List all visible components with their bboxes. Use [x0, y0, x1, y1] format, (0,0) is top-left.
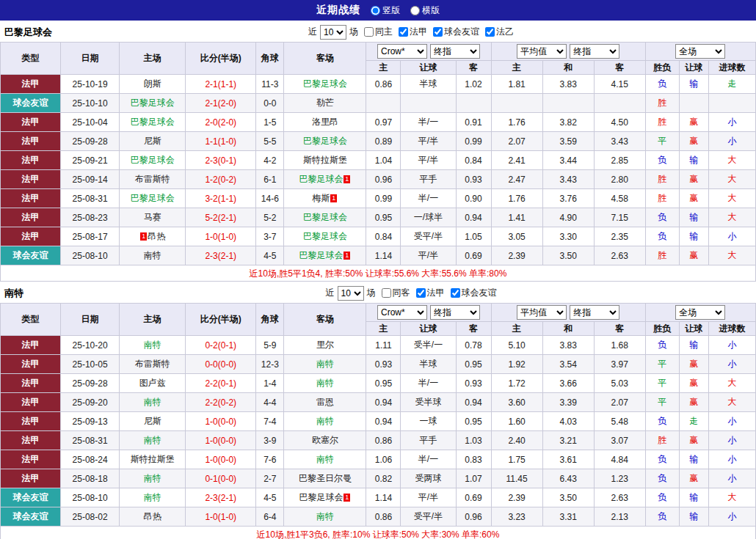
handicap-result-cell: 赢: [679, 355, 708, 374]
layout-radio-vertical[interactable]: 竖版: [371, 4, 400, 17]
red-card-badge: 1: [344, 252, 350, 260]
asian-odds-select-0[interactable]: Crow*: [377, 305, 427, 320]
euro-draw-odds: 3.83: [542, 336, 594, 355]
asian-home-odds: 0.86: [366, 431, 401, 450]
asian-away-odds: 0.99: [456, 132, 491, 151]
asian-odds-select-0[interactable]: Crow*: [377, 44, 427, 59]
euro-odds-select-1[interactable]: 终指: [570, 44, 619, 59]
filter-checkbox-input[interactable]: [433, 27, 443, 37]
league-type-cell: 法甲: [1, 189, 61, 208]
match-row: 球会友谊25-08-10南特2-3(2-1)4-5巴黎足球会11.14平/半0.…: [1, 246, 756, 265]
date-cell: 25-10-05: [61, 355, 120, 374]
asian-odds-select-1[interactable]: 终指: [430, 305, 480, 320]
filter-checkbox-2[interactable]: 球会友谊: [430, 26, 479, 38]
sub-header-5: 客: [594, 322, 645, 336]
filter-checkbox-input[interactable]: [364, 27, 374, 37]
team-name-text: 斯特拉斯堡: [303, 155, 347, 165]
team-name-text: 勒芒: [316, 98, 334, 108]
filter-checkbox-input[interactable]: [451, 288, 460, 298]
col-header-3: 比分(半场): [186, 304, 256, 336]
fulltime-select[interactable]: 全场: [675, 305, 725, 320]
euro-draw-odds: 6.43: [542, 469, 594, 488]
euro-odds-select-0[interactable]: 平均值: [517, 44, 567, 59]
away-team-cell: 南特: [284, 374, 366, 393]
away-team-cell: 梅斯1: [284, 189, 366, 208]
layout-radio-horizontal[interactable]: 横版: [410, 4, 440, 17]
goals-result-cell: 走: [708, 75, 755, 94]
match-row: 法甲25-09-28尼斯1-1(1-0)5-5巴黎足球会0.89平/半0.992…: [1, 132, 756, 151]
handicap-cell: 一球: [401, 412, 456, 431]
team-name-text: 南特: [316, 378, 334, 388]
filter-checkbox-1[interactable]: 法甲: [396, 26, 427, 38]
col-header-2: 主场: [120, 43, 186, 75]
match-row: 法甲25-10-20南特0-2(0-1)5-9里尔1.11受半/一0.785.1…: [1, 336, 756, 355]
filter-checkbox-0[interactable]: 同主: [361, 26, 393, 38]
goals-result-cell: 大: [708, 151, 755, 170]
away-team-cell: 巴黎足球会: [284, 208, 366, 227]
league-type-cell: 法甲: [1, 431, 61, 450]
handicap-cell: 一/球半: [401, 208, 456, 227]
vertical-radio-label: 竖版: [382, 4, 400, 17]
score-cell: 2-3(0-1): [186, 151, 256, 170]
handicap-cell: 半/一: [401, 189, 456, 208]
filter-checkbox-label: 同主: [375, 26, 393, 38]
sub-header-8: 进球数: [708, 61, 755, 75]
team-name-text: 巴黎足球会: [303, 136, 347, 146]
asian-home-odds: 0.86: [366, 75, 401, 94]
filter-checkbox-2[interactable]: 球会友谊: [448, 287, 497, 299]
section-header-bar: 南特近10场同客法甲球会友谊: [0, 283, 756, 303]
away-team-cell: 巴黎足球会1: [284, 246, 366, 265]
date-cell: 25-10-04: [61, 113, 120, 132]
filter-checkbox-input[interactable]: [399, 27, 408, 37]
handicap-result-cell: 赢: [679, 170, 708, 189]
asian-home-odds: 0.94: [366, 393, 401, 412]
goals-result-cell: 大: [708, 393, 755, 412]
asian-home-odds: 1.14: [366, 246, 401, 265]
vertical-radio-input[interactable]: [371, 6, 380, 15]
fulltime-select[interactable]: 全场: [675, 44, 725, 59]
goals-result-cell: [708, 94, 755, 113]
filter-checkbox-3[interactable]: 法乙: [482, 26, 514, 38]
filter-checkbox-label: 法甲: [427, 287, 445, 299]
handicap-cell: 受两球: [401, 469, 456, 488]
home-team-cell: 巴黎足球会: [120, 151, 186, 170]
asian-away-odds: 0.95: [456, 355, 491, 374]
asian-odds-select-1[interactable]: 终指: [430, 44, 480, 59]
filter-checkbox-input[interactable]: [485, 27, 495, 37]
goals-result-cell: 小: [708, 227, 755, 246]
filter-checkbox-input[interactable]: [416, 288, 426, 298]
handicap-cell: 半球: [401, 75, 456, 94]
winloss-result-cell: 负: [645, 450, 679, 469]
col-header-4: 角球: [256, 43, 284, 75]
team-name-text: 里尔: [316, 340, 334, 350]
score-cell: 2-2(0-1): [186, 374, 256, 393]
filter-checkbox-input[interactable]: [382, 288, 391, 298]
euro-away-odds: 2.63: [594, 246, 645, 265]
filter-checkbox-1[interactable]: 法甲: [413, 287, 445, 299]
filter-checkbox-0[interactable]: 同客: [379, 287, 410, 299]
sub-header-3: 主: [491, 322, 542, 336]
team-name-text: 南特: [316, 454, 334, 464]
team-name-text: 洛里昂: [312, 117, 338, 127]
score-cell: 2-0(2-0): [186, 113, 256, 132]
page: 近期战绩 竖版 横版 巴黎足球会近10场同主法甲球会友谊法乙类型日期主场比分(半…: [0, 0, 756, 539]
home-team-cell: 图卢兹: [120, 374, 186, 393]
sub-header-8: 进球数: [708, 322, 755, 336]
league-type-cell: 法甲: [1, 132, 61, 151]
matches-count-select[interactable]: 10: [320, 25, 346, 40]
handicap-cell: 平/半: [401, 151, 456, 170]
col-header-5: 客场: [284, 43, 366, 75]
euro-odds-select-1[interactable]: 终指: [570, 305, 619, 320]
euro-away-odds: 2.63: [594, 488, 645, 507]
corner-cell: 5-2: [256, 208, 284, 227]
matches-count-select[interactable]: 10: [338, 286, 364, 301]
asian-odds-dropdowns: Crow*终指: [366, 43, 491, 61]
filter-suffix-label: 场: [367, 287, 376, 299]
asian-home-odds: 1.11: [366, 336, 401, 355]
home-team-cell: 1昂热: [120, 227, 186, 246]
horizontal-radio-input[interactable]: [410, 6, 420, 15]
euro-odds-select-0[interactable]: 平均值: [517, 305, 567, 320]
col-header-2: 主场: [120, 304, 186, 336]
match-row: 球会友谊25-10-10巴黎足球会2-1(2-0)0-0勒芒胜: [1, 94, 756, 113]
date-cell: 25-09-28: [61, 374, 120, 393]
